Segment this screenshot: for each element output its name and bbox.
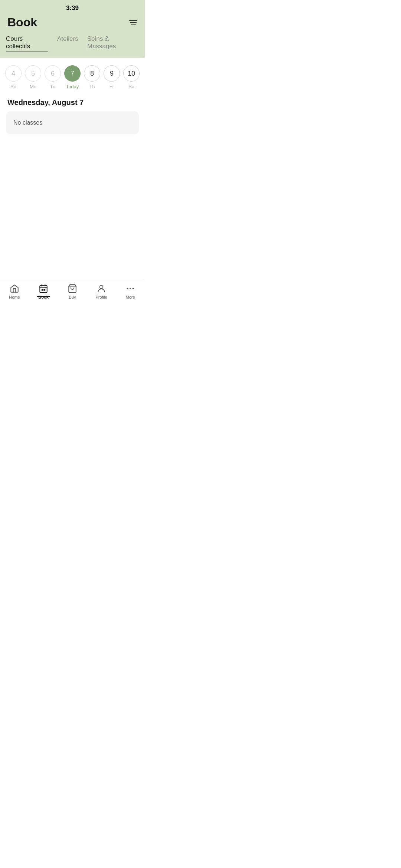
day-item-10[interactable]: 10 Sa <box>123 65 140 89</box>
tabs-bar: Cours collectifs Ateliers Soins & Massag… <box>0 35 145 57</box>
day-item-5[interactable]: 5 Mo <box>24 65 42 89</box>
nav-label-profile: Profile <box>95 295 107 299</box>
nav-item-home[interactable]: Home <box>0 284 29 299</box>
nav-item-buy[interactable]: Buy <box>58 284 87 299</box>
more-icon <box>125 284 135 293</box>
day-item-6[interactable]: 6 Tu <box>44 65 62 89</box>
svg-rect-0 <box>40 285 47 293</box>
svg-point-3 <box>127 288 128 289</box>
no-classes-text: No classes <box>13 119 42 126</box>
nav-label-book: Book <box>38 295 49 299</box>
nav-item-profile[interactable]: Profile <box>87 284 116 299</box>
day-item-9[interactable]: 9 Fr <box>103 65 121 89</box>
filter-button[interactable] <box>129 20 137 25</box>
nav-item-more[interactable]: More <box>116 284 145 299</box>
svg-point-5 <box>132 288 134 289</box>
svg-point-2 <box>100 285 103 289</box>
day-item-8[interactable]: 8 Th <box>83 65 101 89</box>
nav-item-book[interactable]: Book <box>29 284 58 299</box>
svg-point-4 <box>130 288 131 289</box>
home-icon <box>10 284 19 293</box>
no-classes-card: No classes <box>6 111 139 134</box>
selected-date-heading: Wednesday, August 7 <box>0 93 145 111</box>
nav-label-home: Home <box>9 295 20 299</box>
nav-label-more: More <box>125 295 135 299</box>
book-icon <box>39 284 48 293</box>
buy-icon <box>68 284 77 293</box>
content-area <box>0 134 145 272</box>
tab-soins-massages[interactable]: Soins & Massages <box>87 35 139 52</box>
status-bar: 3:39 <box>0 0 145 12</box>
header: Book <box>0 12 145 35</box>
day-item-4[interactable]: 4 Su <box>4 65 22 89</box>
page-title: Book <box>7 16 37 29</box>
tab-ateliers[interactable]: Ateliers <box>57 35 78 52</box>
profile-icon <box>97 284 106 293</box>
nav-label-buy: Buy <box>69 295 76 299</box>
day-item-7-today[interactable]: 7 Today <box>63 65 81 89</box>
time: 3:39 <box>66 4 79 11</box>
bottom-nav: Home Book Buy Prof <box>0 280 145 313</box>
tab-cours-collectifs[interactable]: Cours collectifs <box>6 35 48 52</box>
calendar-strip: 4 Su 5 Mo 6 Tu 7 Today 8 Th 9 Fr 10 Sa <box>0 58 145 93</box>
